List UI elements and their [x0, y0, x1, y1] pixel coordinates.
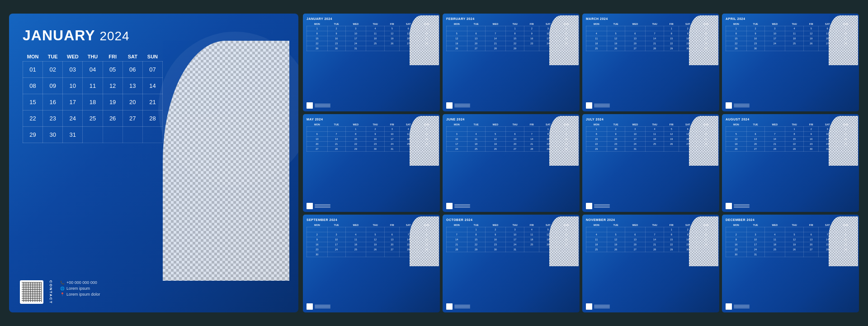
small-day: 19	[785, 242, 804, 247]
small-contact-lines	[734, 104, 750, 107]
small-day: 22	[586, 142, 607, 147]
small-day	[524, 127, 539, 132]
small-day	[819, 46, 836, 51]
calendar-day: 19	[103, 94, 123, 110]
small-col-header: THU	[366, 123, 385, 127]
small-day: 26	[664, 142, 679, 147]
small-day	[726, 127, 747, 132]
small-day	[385, 46, 400, 51]
small-contact-lines	[594, 104, 610, 107]
small-day: 18	[764, 242, 785, 247]
small-day: 30	[804, 147, 819, 152]
small-day: 10	[327, 237, 345, 242]
small-day: 22	[836, 242, 855, 247]
small-col-header: THU	[506, 123, 524, 127]
small-day: 15	[417, 237, 436, 242]
small-day: 1	[586, 127, 607, 132]
small-day: 17	[697, 237, 716, 242]
small-day: 11	[557, 31, 576, 36]
small-day: 7	[327, 132, 345, 137]
small-col-header: FRI	[524, 22, 539, 26]
small-col-header: WED	[485, 123, 506, 127]
small-day: 27	[804, 247, 819, 252]
small-day: 26	[785, 247, 804, 252]
col-sun: SUN	[142, 52, 162, 62]
small-day: 23	[679, 242, 697, 247]
small-col-header: FRI	[664, 22, 679, 26]
small-day: 5	[726, 132, 747, 137]
small-day: 22	[539, 142, 557, 147]
small-day: 15	[785, 137, 804, 142]
small-day: 1	[345, 127, 366, 132]
addr-item: 📍 Lorem ipsum dolor	[60, 292, 100, 297]
small-contact-lines	[454, 204, 470, 208]
small-day: 21	[447, 242, 467, 247]
col-fri: FRI	[103, 52, 123, 62]
small-col-header: FRI	[804, 223, 819, 227]
calendar-day: 30	[43, 127, 63, 143]
calendar-day: 29	[23, 127, 43, 143]
small-day: 18	[586, 242, 607, 247]
small-day: 16	[726, 242, 747, 247]
small-day: 17	[764, 36, 785, 41]
small-day: 19	[366, 242, 385, 247]
small-col-header: SUN	[557, 223, 576, 227]
small-col-header: THU	[366, 223, 385, 227]
small-day: 8	[586, 132, 607, 137]
small-day: 14	[485, 36, 506, 41]
small-footer	[307, 303, 436, 310]
small-day: 29	[307, 46, 328, 51]
small-day	[385, 252, 400, 257]
small-col-header: SUN	[557, 123, 576, 127]
small-day	[836, 147, 855, 152]
small-day: 15	[506, 36, 524, 41]
small-day: 3	[819, 127, 836, 132]
small-col-header: SAT	[819, 123, 836, 127]
small-day: 21	[646, 242, 664, 247]
small-day: 19	[664, 137, 679, 142]
small-day	[646, 227, 664, 232]
small-col-header: MON	[586, 123, 607, 127]
small-day	[447, 26, 467, 31]
small-cal-table: MONTUEWEDTHUFRISATSUN1234567891011121314…	[726, 123, 855, 201]
small-day: 14	[697, 132, 716, 137]
small-col-header: FRI	[385, 22, 400, 26]
small-day: 19	[385, 36, 400, 41]
web-item: 🌐 Lorem ipsum	[60, 286, 100, 291]
small-day: 20	[400, 36, 417, 41]
small-col-header: WED	[345, 123, 366, 127]
calendar-day: 06	[123, 62, 142, 78]
calendar-day: 18	[83, 94, 103, 110]
small-day: 20	[625, 41, 646, 46]
small-cal-table: MONTUEWEDTHUFRISATSUN1234567891011121314…	[307, 223, 436, 302]
small-month-title: JULY 2024	[586, 118, 716, 121]
small-day	[557, 247, 576, 252]
small-day	[400, 147, 417, 152]
small-col-header: SAT	[679, 223, 697, 227]
calendar-day: 28	[142, 110, 162, 127]
small-day: 17	[539, 36, 557, 41]
small-day: 13	[625, 36, 646, 41]
small-day: 27	[679, 142, 697, 147]
small-day	[586, 227, 607, 232]
large-month-title: JANUARY 2024	[23, 27, 285, 44]
small-qr	[307, 203, 313, 209]
small-day: 9	[307, 237, 328, 242]
small-day: 27	[625, 247, 646, 252]
small-day: 13	[557, 232, 576, 237]
small-day: 15	[307, 36, 328, 41]
small-day: 10	[746, 237, 764, 242]
small-day: 3	[506, 227, 524, 232]
small-day: 24	[625, 142, 646, 147]
small-day: 9	[366, 132, 385, 137]
col-sat: SAT	[123, 52, 142, 62]
small-day: 11	[524, 232, 539, 237]
small-col-header: MON	[447, 123, 467, 127]
calendar-day	[83, 127, 103, 143]
small-col-header: MON	[307, 223, 328, 227]
small-day: 28	[697, 142, 716, 147]
small-day: 6	[506, 132, 524, 137]
small-contact-lines	[315, 204, 330, 208]
small-cal-11: NOVEMBER 2024MONTUEWEDTHUFRISATSUN123456…	[582, 215, 719, 312]
small-day: 18	[467, 142, 485, 147]
